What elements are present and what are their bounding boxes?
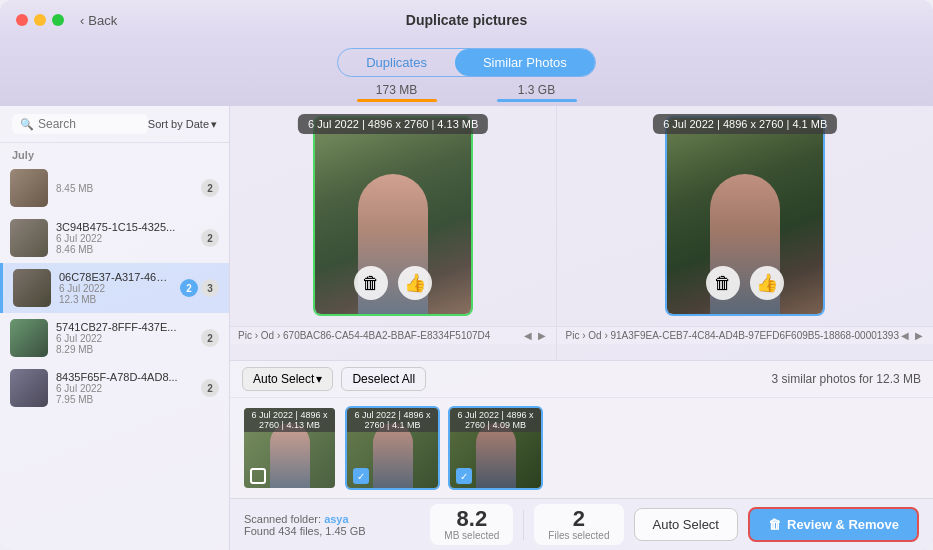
- thumb-label: 6 Jul 2022 | 4896 x 2760 | 4.1 MB: [347, 408, 438, 432]
- mb-label: MB selected: [444, 530, 499, 541]
- left-photo-panel: 6 Jul 2022 | 4896 x 2760 | 4.13 MB 🗑 👍: [230, 106, 557, 360]
- left-photo-frame: 🗑 👍: [230, 106, 556, 326]
- deselect-all-button[interactable]: Deselect All: [341, 367, 426, 391]
- badge-pair: 2: [201, 379, 219, 397]
- item-date: 6 Jul 2022: [59, 283, 172, 294]
- files-value: 2: [573, 508, 585, 530]
- thumbnail-item[interactable]: 6 Jul 2022 | 4896 x 2760 | 4.09 MB ✓: [448, 406, 543, 490]
- badge-pair: 2: [201, 179, 219, 197]
- titlebar: ‹ Back Duplicate pictures: [0, 0, 933, 40]
- tabs-row: Duplicates Similar Photos: [337, 48, 596, 77]
- right-photo-frame: 🗑 👍: [557, 106, 933, 326]
- scanned-label: Scanned folder:: [244, 513, 321, 525]
- minimize-button[interactable]: [34, 14, 46, 26]
- item-date: 6 Jul 2022: [56, 383, 193, 394]
- auto-select-footer-button[interactable]: Auto Select: [634, 508, 739, 541]
- auto-select-label: Auto Select: [253, 372, 314, 386]
- right-photo-panel: 6 Jul 2022 | 4896 x 2760 | 4.1 MB 🗑 👍: [557, 106, 933, 360]
- mb-stat-box: 8.2 MB selected: [430, 504, 513, 545]
- review-remove-button[interactable]: 🗑 Review & Remove: [748, 507, 919, 542]
- close-button[interactable]: [16, 14, 28, 26]
- left-photo-label: 6 Jul 2022 | 4896 x 2760 | 4.13 MB: [298, 114, 488, 134]
- item-size: 7.95 MB: [56, 394, 193, 405]
- traffic-lights: [16, 14, 64, 26]
- bottom-strip: Auto Select ▾ Deselect All 3 similar pho…: [230, 360, 933, 498]
- sidebar-group-label: July: [0, 143, 229, 163]
- right-path-bar: Pic › Od › 91A3F9EA-CEB7-4C84-AD4B-97EFD…: [557, 326, 933, 344]
- thumb-checkbox[interactable]: ✓: [456, 468, 472, 484]
- thumbnail-item[interactable]: 6 Jul 2022 | 4896 x 2760 | 4.1 MB ✓: [345, 406, 440, 490]
- left-prev-arrow[interactable]: ◀: [522, 330, 534, 341]
- thumbnail: [10, 319, 48, 357]
- item-name: 06C78E37-A317-46F1...: [59, 271, 172, 283]
- thumb-checkbox[interactable]: [250, 468, 266, 484]
- badge-count2: 3: [201, 279, 219, 297]
- thumbnail: [13, 269, 51, 307]
- left-path-bar: Pic › Od › 670BAC86-CA54-4BA2-BBAF-E8334…: [230, 326, 556, 344]
- item-size: 8.45 MB: [56, 183, 193, 194]
- badge-count: 2: [201, 329, 219, 347]
- delete-icon[interactable]: 🗑: [354, 266, 388, 300]
- tab-similar[interactable]: Similar Photos: [455, 49, 595, 76]
- files-stat-box: 2 Files selected: [534, 504, 623, 545]
- duplicates-stat: 173 MB: [357, 83, 437, 102]
- badge-pair: 2 3: [180, 279, 219, 297]
- right-panel: 6 Jul 2022 | 4896 x 2760 | 4.13 MB 🗑 👍: [230, 106, 933, 550]
- left-photo-placeholder: 🗑 👍: [313, 116, 473, 316]
- thumbup-icon[interactable]: 👍: [398, 266, 432, 300]
- tab-duplicates[interactable]: Duplicates: [338, 49, 455, 76]
- badge-count: 2: [201, 379, 219, 397]
- similar-stat: 1.3 GB: [497, 83, 577, 102]
- comparison-area: 6 Jul 2022 | 4896 x 2760 | 4.13 MB 🗑 👍: [230, 106, 933, 360]
- badge-count: 2: [180, 279, 198, 297]
- duplicates-bar: [357, 99, 437, 102]
- sidebar: 🔍 Sort by Date ▾ July 8.45 MB 2: [0, 106, 230, 550]
- delete-icon[interactable]: 🗑: [706, 266, 740, 300]
- item-name: 8435F65F-A78D-4AD8...: [56, 371, 193, 383]
- list-item[interactable]: 8.45 MB 2: [0, 163, 229, 213]
- thumbnail: [10, 219, 48, 257]
- thumbnail-item[interactable]: 6 Jul 2022 | 4896 x 2760 | 4.13 MB: [242, 406, 337, 490]
- back-arrow-icon: ‹: [80, 13, 84, 28]
- window-title: Duplicate pictures: [406, 12, 527, 28]
- separator: [523, 510, 524, 540]
- maximize-button[interactable]: [52, 14, 64, 26]
- similar-count: 3 similar photos for 12.3 MB: [772, 372, 921, 386]
- right-photo-placeholder: 🗑 👍: [665, 116, 825, 316]
- thumb-label: 6 Jul 2022 | 4896 x 2760 | 4.13 MB: [244, 408, 335, 432]
- sidebar-list: 8.45 MB 2 3C94B475-1C15-4325... 6 Jul 20…: [0, 163, 229, 550]
- badge-pair: 2: [201, 229, 219, 247]
- right-photo-label: 6 Jul 2022 | 4896 x 2760 | 4.1 MB: [653, 114, 837, 134]
- item-info: 3C94B475-1C15-4325... 6 Jul 2022 8.46 MB: [56, 221, 193, 255]
- footer-bar: Scanned folder: asya Found 434 files, 1.…: [230, 498, 933, 550]
- list-item[interactable]: 5741CB27-8FFF-437E... 6 Jul 2022 8.29 MB…: [0, 313, 229, 363]
- chevron-down-icon: ▾: [211, 118, 217, 131]
- auto-select-button[interactable]: Auto Select ▾: [242, 367, 333, 391]
- search-input[interactable]: [38, 117, 108, 131]
- strip-controls: Auto Select ▾ Deselect All 3 similar pho…: [230, 361, 933, 398]
- thumbnails-row: 6 Jul 2022 | 4896 x 2760 | 4.13 MB 6 Jul…: [230, 398, 933, 498]
- back-button[interactable]: ‹ Back: [80, 13, 117, 28]
- search-box[interactable]: 🔍: [12, 114, 148, 134]
- right-path-text: Pic › Od › 91A3F9EA-CEB7-4C84-AD4B-97EFD…: [565, 330, 899, 341]
- found-label: Found 434 files, 1.45 GB: [244, 525, 366, 537]
- main-content: 🔍 Sort by Date ▾ July 8.45 MB 2: [0, 106, 933, 550]
- back-label: Back: [88, 13, 117, 28]
- app-window: ‹ Back Duplicate pictures Duplicates Sim…: [0, 0, 933, 550]
- trash-icon: 🗑: [768, 517, 781, 532]
- list-item[interactable]: 8435F65F-A78D-4AD8... 6 Jul 2022 7.95 MB…: [0, 363, 229, 413]
- list-item[interactable]: 3C94B475-1C15-4325... 6 Jul 2022 8.46 MB…: [0, 213, 229, 263]
- tabs-area: Duplicates Similar Photos 173 MB 1.3 GB: [0, 40, 933, 106]
- right-next-arrow[interactable]: ▶: [913, 330, 925, 341]
- left-next-arrow[interactable]: ▶: [536, 330, 548, 341]
- mb-value: 8.2: [457, 508, 488, 530]
- badge-pair: 2: [201, 329, 219, 347]
- sort-button[interactable]: Sort by Date ▾: [148, 118, 217, 131]
- tabs-stats: 173 MB 1.3 GB: [357, 77, 577, 106]
- thumb-checkbox[interactable]: ✓: [353, 468, 369, 484]
- thumbup-icon[interactable]: 👍: [750, 266, 784, 300]
- right-prev-arrow[interactable]: ◀: [899, 330, 911, 341]
- item-size: 8.29 MB: [56, 344, 193, 355]
- list-item[interactable]: 06C78E37-A317-46F1... 6 Jul 2022 12.3 MB…: [0, 263, 229, 313]
- similar-bar: [497, 99, 577, 102]
